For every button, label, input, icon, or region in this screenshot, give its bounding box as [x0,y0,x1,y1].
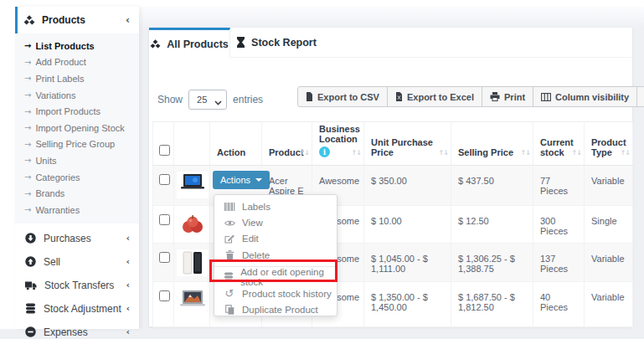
action-column-header: Action [210,122,262,166]
arrow-circle-up-icon [25,256,36,267]
sidebar-subitem-add-product[interactable]: →Add Product [15,54,139,71]
arrow-circle-down-icon [25,233,36,244]
select-all-header [153,122,174,166]
sidebar-subitem-selling-price-group[interactable]: →Selling Price Group [15,136,139,153]
info-icon[interactable]: i [319,146,330,157]
entries-label: entries [233,94,263,105]
purchase-price-column-header[interactable]: Unit Purchase Price↑↓ [364,122,451,166]
product-image-cell [174,282,210,327]
dropdown-item-duplicate-product[interactable]: Duplicate Product [214,301,337,317]
dropdown-item-delete[interactable]: Delete [214,247,337,263]
chevron-left-icon: ‹ [126,257,130,266]
sidebar-subitem-import-opening-stock[interactable]: →Import Opening Stock [15,120,139,136]
product-image-cell [174,166,210,206]
sidebar-subitem-variations[interactable]: →Variations [15,87,139,104]
sidebar-subitem-list-products[interactable]: →List Products [15,38,139,54]
purchase-price-cell: $ 350.00 [364,166,451,206]
dropdown-item-view[interactable]: View [214,214,337,230]
arrow-right-icon: → [24,123,31,132]
row-checkbox-cell [153,166,174,206]
sidebar: Products ‹ →List Products →Add Product →… [15,7,139,329]
arrow-right-icon: → [24,205,31,214]
select-all-checkbox[interactable] [159,145,170,156]
product-image-apples [177,212,209,239]
product-image-phones [177,249,209,276]
row-checkbox-cell [153,282,174,327]
dropdown-item-labels[interactable]: Labels [214,198,337,214]
entries-select-value: 25 [197,95,207,105]
sidebar-subitem-units[interactable]: →Units [15,152,139,169]
dropdown-item-edit[interactable]: Edit [214,231,337,247]
current-stock-column-header[interactable]: Current stock↑↓ [533,122,585,166]
selling-price-column-header[interactable]: Selling Price↑↓ [451,122,533,166]
row-checkbox[interactable] [159,214,170,225]
sidebar-subitem-brands[interactable]: →Brands [15,185,139,202]
chevron-left-icon: ‹ [126,234,130,243]
sort-icon: ↑↓ [300,149,309,157]
row-checkbox[interactable] [159,290,170,301]
sidebar-item-stock-transfers[interactable]: Stock Transfers ‹ [15,274,139,297]
trash-icon [223,250,236,260]
product-image-cell [174,206,210,244]
arrow-right-icon: → [24,156,31,165]
sidebar-subitem-categories[interactable]: →Categories [15,169,139,186]
products-submenu: →List Products →Add Product →Print Label… [15,33,139,223]
product-type-cell: Variable [585,244,633,282]
product-image-cell [174,244,210,282]
barcode-icon [223,203,236,211]
export-button-group: Export to CSV Export to Excel Print Colu… [297,86,644,107]
selling-price-cell: $ 1,306.25 - $ 1,388.75 [451,244,533,282]
chevron-down-icon [214,97,222,107]
selling-price-cell: $ 437.50 [451,166,533,206]
column-visibility-button[interactable]: Column visibility [533,86,637,107]
columns-icon [541,93,551,101]
eye-icon [223,219,236,227]
caret-down-icon [255,178,262,182]
product-type-column-header[interactable]: Product Type↑↓ [585,122,633,166]
arrow-right-icon: → [24,172,31,182]
sidebar-subitem-import-products[interactable]: →Import Products [15,103,139,120]
sidebar-item-sell[interactable]: Sell ‹ [15,250,139,274]
copy-icon [223,305,236,315]
purchase-price-cell: $ 1,350.00 - $ 1,450.00 [364,282,451,327]
row-checkbox-cell [153,206,174,244]
product-column-header[interactable]: Product↑↓ [262,122,312,166]
arrow-right-icon: → [24,58,31,67]
dropdown-item-add-edit-opening-stock[interactable]: Add or edit opening stock [214,270,337,285]
truck-icon [25,280,37,290]
show-label: Show [157,94,183,105]
sidebar-item-stock-adjustment[interactable]: Stock Adjustment ‹ [15,297,139,321]
row-checkbox-cell [153,244,174,282]
entries-select[interactable]: 25 [188,90,227,110]
tab-stock-report[interactable]: Stock Report [230,28,322,57]
selling-price-cell: $ 1,687.50 - $ 1,812.50 [451,282,533,327]
row-checkbox[interactable] [159,174,170,185]
sidebar-item-expenses[interactable]: Expenses ‹ [15,321,139,339]
product-image-macbook [177,288,209,315]
tab-bar: All Products Stock Report [149,28,632,58]
file-excel-icon [395,92,403,101]
export-pdf-button[interactable]: Export to PDF [636,86,644,107]
sidebar-item-purchases[interactable]: Purchases ‹ [15,227,139,250]
sidebar-products-label: Products [42,14,85,26]
purchase-price-cell: $ 1,045.00 - $ 1,111.00 [364,244,451,282]
tab-all-products[interactable]: All Products [149,28,230,58]
sidebar-subitem-print-labels[interactable]: →Print Labels [15,70,139,87]
print-button[interactable]: Print [482,86,533,107]
actions-dropdown-button[interactable]: Actions [213,171,270,189]
sidebar-subitem-warranties[interactable]: →Warranties [15,202,139,218]
location-column-header[interactable]: Business Locationi↑↓ [312,122,364,166]
product-type-cell: Variable [585,166,633,206]
sort-icon: ↑↓ [521,149,530,157]
selling-price-cell: $ 12.50 [451,206,533,244]
export-excel-button[interactable]: Export to Excel [387,86,482,107]
sidebar-item-products[interactable]: Products ‹ [15,7,139,33]
chevron-left-icon: ‹ [126,15,130,25]
arrow-right-icon: → [24,90,31,100]
app-page: Products ‹ →List Products →Add Product →… [0,0,644,339]
row-checkbox[interactable] [159,252,170,263]
printer-icon [490,92,500,101]
dropdown-item-product-stock-history[interactable]: ↺ Product stock history [214,285,337,301]
export-csv-button[interactable]: Export to CSV [297,86,388,107]
actions-dropdown-menu: Labels View Edit Delete Add or edit open… [214,194,337,316]
